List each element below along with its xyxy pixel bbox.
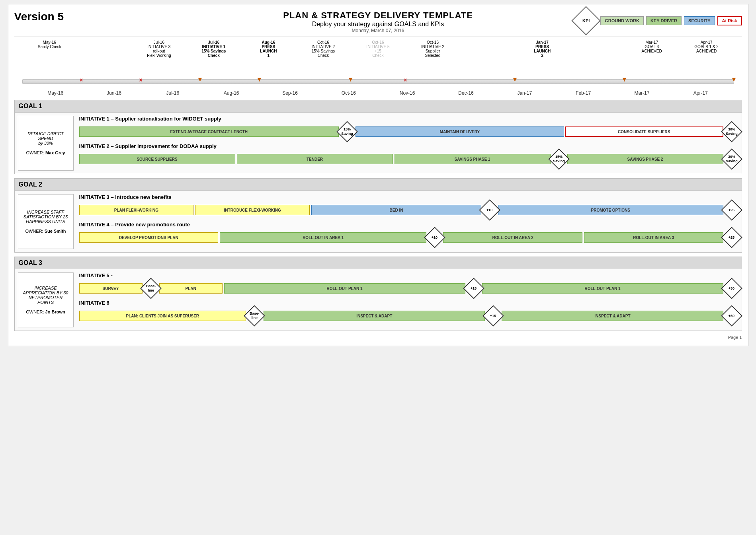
event-oct16-init2: Oct-16INITIATIVE 215% SavingsCheck [296, 39, 351, 74]
phase-extend-contract: EXTEND AVERAGE CONTRACT LENGTH [79, 126, 339, 137]
marker-x-jul16: × [139, 77, 142, 83]
initiative6-block: INITIATIVE 6 PLAN: CLIENTS JOIN AS SUPER… [79, 300, 739, 323]
phase-rollout-area2: ROLL-OUT IN AREA 2 [443, 232, 582, 243]
phase-bed-in: BED IN [311, 205, 481, 215]
timeline-bar-container: × × × ▼ ▼ ▼ ▼ ▼ ▼ [22, 76, 734, 89]
legend-security: SECURITY [684, 16, 715, 25]
header: Version 5 PLAN & STRATEGY DELIVERY TEMPL… [14, 10, 742, 33]
marker-arrow-jan17: ▼ [512, 76, 518, 83]
goal2-section: GOAL 2 INCREASE STAFF SATISFACTION BY 25… [14, 178, 742, 253]
phase-clients-join: PLAN: CLIENTS JOIN AS SUPERUSER [79, 311, 246, 321]
initiative5-block: INITIATIVE 5 - SURVEY Base-line PLAN ROL… [79, 272, 739, 296]
marker-arrow-apr17: ▼ [731, 76, 737, 83]
initiative2-row: SOURCE SUPPLIERS TENDER SAVINGS PHASE 1 … [79, 152, 739, 167]
month-may16: May-16 [26, 90, 85, 96]
event-oct16-init5: Oct-16INITIATIVE 5+15Check [351, 39, 406, 74]
event-aug16: Aug-16PRESSLAUNCH1 [241, 39, 296, 74]
initiative1-block: INITIATIVE 1 – Supplier rationalisation … [79, 116, 739, 139]
legend-area: KPI GROUND WORK KEY DRIVER SECURITY At R… [576, 10, 742, 31]
goal1-body: REDUCE DIRECT SPENDby 30% OWNER: Max Gre… [15, 113, 742, 174]
phase-savings-phase1: SAVINGS PHASE 1 [395, 154, 551, 164]
month-jul16: Jul-16 [143, 90, 202, 96]
initiative4-row: DEVELOP PROMOTIONS PLAN ROLL-OUT IN AREA… [79, 230, 739, 245]
goal3-owner-label: OWNER: Jo Brown [26, 309, 65, 314]
goal3-body: INCREASE APPRECIATION BY 30 NETPROMOTER … [15, 269, 742, 331]
event-dec16 [460, 39, 515, 74]
event-feb17 [570, 39, 625, 74]
goal2-header: GOAL 2 [15, 179, 742, 191]
event-mar17: Mar-17GOAL 3ACHIEVED [624, 39, 679, 74]
initiative3-row: PLAN FLEXI-WORKING INTRODUCE FLEXI-WORKI… [79, 202, 739, 218]
goal1-initiatives: INITIATIVE 1 – Supplier rationalisation … [77, 113, 742, 174]
goal1-owner-label: OWNER: Max Grey [26, 150, 65, 155]
kpi-plus25-init3: +25 [721, 199, 742, 221]
goal2-body: INCREASE STAFF SATISFACTION BY 25 HAPPIN… [15, 191, 742, 252]
goal3-owner-name: Jo Brown [45, 309, 65, 314]
month-mar17: Mar-17 [613, 90, 671, 96]
month-oct16: Oct-16 [319, 90, 378, 96]
kpi-baseline-init6: Base-line [244, 305, 265, 327]
kpi-30pct-saving1: 30%Saving [721, 121, 742, 142]
event-jul16-init1: Jul-16INITIATIVE 115% SavingsCheck [186, 39, 241, 74]
phase-inspect-adapt1: INSPECT & ADAPT [264, 311, 485, 321]
legend-atrisk: At Risk [717, 16, 742, 25]
phase-inspect-adapt2: INSPECT & ADAPT [502, 311, 723, 321]
goal2-description: INCREASE STAFF SATISFACTION BY 25 HAPPIN… [21, 210, 70, 224]
initiative5-title: INITIATIVE 5 - [79, 272, 739, 278]
kpi-plus30-init5: +30 [721, 278, 742, 299]
initiative6-row: PLAN: CLIENTS JOIN AS SUPERUSER Base-lin… [79, 308, 739, 323]
goal3-section: GOAL 3 INCREASE APPRECIATION BY 30 NETPR… [14, 257, 742, 331]
marker-x-oct16b: × [404, 77, 407, 83]
initiative6-title: INITIATIVE 6 [79, 300, 739, 306]
month-jun16: Jun-16 [85, 90, 143, 96]
month-dec16: Dec-16 [437, 90, 495, 96]
page-footer: Page 1 [14, 335, 742, 340]
phase-plan-flexi: PLAN FLEXI-WORKING [79, 205, 194, 215]
phase-promote-options: PROMOTE OPTIONS [498, 205, 723, 215]
month-aug16: Aug-16 [202, 90, 260, 96]
goal3-description: INCREASE APPRECIATION BY 30 NETPROMOTER … [21, 286, 70, 305]
month-sep16: Sep-16 [261, 90, 319, 96]
kpi-15pct-saving1: 15%Saving [336, 121, 358, 142]
event-jul16-init3: Jul-16INITIATIVE 3roll-outFlexi Working [132, 39, 187, 74]
marker-arrow-oct16a: ▼ [348, 76, 354, 83]
kpi-diamond: KPI [571, 6, 601, 35]
month-jan17: Jan-17 [495, 90, 554, 96]
phase-maintain-delivery: MAINTAIN DELIVERY [356, 126, 564, 137]
goal3-header: GOAL 3 [15, 257, 742, 269]
event-oct16-supplier: Oct-16INITIATIVE 2SupplierSelected [405, 39, 460, 74]
goal2-owner-label: OWNER: Sue Smith [25, 229, 66, 233]
month-nov16: Nov-16 [378, 90, 436, 96]
legend-keydriver: KEY DRIVER [646, 16, 682, 25]
kpi-plus30-init6: +30 [721, 305, 742, 327]
phase-rollout-area1: ROLL-OUT IN AREA 1 [220, 232, 426, 243]
event-jun16 [77, 39, 132, 74]
goal1-sidebar: REDUCE DIRECT SPENDby 30% OWNER: Max Gre… [18, 116, 74, 171]
initiative4-title: INITIATIVE 4 – Provide new promotions ro… [79, 222, 739, 228]
marker-arrow-mar17: ▼ [621, 76, 628, 83]
phase-consolidate: CONSOLIDATE SUPPLIERS [565, 126, 723, 137]
goal1-owner-name: Max Grey [45, 150, 65, 155]
goal3-sidebar: INCREASE APPRECIATION BY 30 NETPROMOTER … [18, 272, 74, 327]
phase-plan-init5: PLAN [159, 283, 223, 294]
phase-tender: TENDER [237, 154, 393, 164]
goal2-owner-name: Sue Smith [45, 229, 66, 233]
version-label: Version 5 [14, 10, 64, 23]
timeline-section: May-16Sanity Check Jul-16INITIATIVE 3rol… [14, 39, 742, 96]
month-apr17: Apr-17 [671, 90, 730, 96]
phase-rollout-area3: ROLL-OUT IN AREA 3 [584, 232, 723, 243]
initiative1-title: INITIATIVE 1 – Supplier rationalisation … [79, 116, 739, 122]
phase-intro-flexi: INTRODUCE FLEXI-WORKING [195, 205, 310, 215]
kpi-plus10-init4: +10 [424, 227, 446, 248]
marker-arrow-aug16: ▼ [256, 76, 263, 83]
phase-rollout-plan1b-init5: ROLL-OUT PLAN 1 [482, 283, 723, 294]
initiative3-title: INITIATIVE 3 – Introduce new benefits [79, 194, 739, 200]
goal2-initiatives: INITIATIVE 3 – Introduce new benefits PL… [77, 191, 742, 252]
marker-x-jun16: × [80, 77, 83, 83]
phase-savings-phase2: SAVINGS PHASE 2 [567, 154, 723, 164]
kpi-plus15-init6: +15 [483, 305, 504, 327]
initiative2-title: INITIATIVE 2 – Supplier improvement for … [79, 143, 739, 149]
goal3-initiatives: INITIATIVE 5 - SURVEY Base-line PLAN ROL… [77, 269, 742, 331]
goal2-sidebar: INCREASE STAFF SATISFACTION BY 25 HAPPIN… [18, 194, 74, 249]
phase-survey: SURVEY [79, 283, 143, 294]
